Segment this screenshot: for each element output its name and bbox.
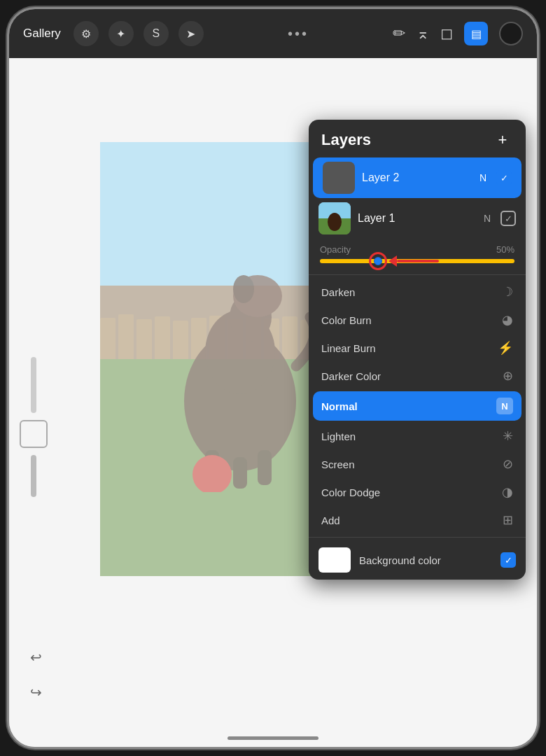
blend-lighten-label: Lighten — [321, 430, 356, 442]
blend-linear-burn-label: Linear Burn — [321, 342, 376, 354]
blend-mode-color-burn[interactable]: Color Burn ◕ — [309, 306, 526, 334]
panel-divider-2 — [309, 537, 526, 538]
device-frame: Gallery ⚙ ✦ S ➤ ••• ✏ ⌅ ◻ ▤ ↩ — [7, 7, 539, 749]
transform-icon[interactable]: ➤ — [178, 21, 204, 46]
layer-2-name: Layer 2 — [362, 172, 472, 184]
opacity-slider-sidebar[interactable] — [31, 455, 36, 497]
opacity-slider-thumb[interactable] — [369, 252, 387, 270]
layer-2-mode: N — [479, 172, 486, 183]
layer-2-visibility[interactable]: ✓ — [496, 170, 512, 186]
pen-tool-icon[interactable]: ✏ — [393, 24, 405, 43]
top-bar-right: ✏ ⌅ ◻ ▤ — [393, 22, 523, 46]
layers-panel: Layers + Layer 2 N ✓ Layer 1 — [309, 120, 526, 580]
top-bar-center: ••• — [204, 26, 393, 42]
blend-mode-darken[interactable]: Darken ☽ — [309, 278, 526, 306]
blend-color-burn-icon: ◕ — [502, 312, 513, 328]
home-indicator — [227, 736, 318, 740]
blend-darken-icon: ☽ — [502, 284, 513, 300]
blend-mode-normal[interactable]: Normal N — [313, 391, 522, 421]
layer-item-2[interactable]: Layer 2 N ✓ — [313, 158, 522, 198]
blend-darker-color-label: Darker Color — [321, 370, 381, 382]
undo-button[interactable]: ↩ — [23, 645, 48, 670]
blend-color-burn-label: Color Burn — [321, 314, 372, 326]
blend-normal-label: Normal — [321, 400, 358, 412]
blend-darken-label: Darken — [321, 286, 355, 298]
eraser-tool-icon[interactable]: ◻ — [440, 24, 453, 43]
opacity-row: Opacity 50% — [309, 239, 526, 272]
blend-mode-screen[interactable]: Screen ⊘ — [309, 450, 526, 478]
slider-outer-ring — [369, 252, 387, 270]
blend-color-dodge-label: Color Dodge — [321, 486, 380, 498]
opacity-label: Opacity — [320, 244, 351, 255]
blend-modes-list: Darken ☽ Color Burn ◕ Linear Burn ⚡ Dark… — [309, 278, 526, 534]
blend-screen-icon: ⊘ — [503, 456, 513, 472]
blend-mode-color-dodge[interactable]: Color Dodge ◑ — [309, 478, 526, 506]
layer-1-mode: N — [484, 213, 491, 224]
layer-2-thumbnail — [323, 162, 355, 194]
background-color-row[interactable]: Background color ✓ — [309, 540, 526, 580]
blend-mode-darker-color[interactable]: Darker Color ⊕ — [309, 362, 526, 390]
redo-button[interactable]: ↪ — [23, 680, 48, 705]
blend-mode-add[interactable]: Add ⊞ — [309, 506, 526, 534]
wrench-icon[interactable]: ⚙ — [74, 21, 99, 46]
blend-mode-linear-burn[interactable]: Linear Burn ⚡ — [309, 334, 526, 362]
blend-add-icon: ⊞ — [503, 512, 513, 528]
panel-divider-1 — [309, 274, 526, 275]
blend-mode-lighten[interactable]: Lighten ✳ — [309, 422, 526, 450]
layer-1-thumbnail — [318, 202, 351, 234]
blend-screen-label: Screen — [321, 458, 355, 470]
blend-lighten-icon: ✳ — [503, 428, 513, 444]
blend-add-label: Add — [321, 514, 340, 526]
selection-icon[interactable]: S — [144, 21, 169, 46]
blend-darker-color-icon: ⊕ — [503, 368, 513, 384]
blend-linear-burn-icon: ⚡ — [498, 340, 513, 356]
add-layer-button[interactable]: + — [492, 130, 513, 150]
opacity-slider-track[interactable] — [320, 259, 514, 263]
calligraphy-tool-icon[interactable]: ⌅ — [416, 24, 429, 43]
sidebar-square-tool[interactable] — [20, 420, 48, 448]
top-bar: Gallery ⚙ ✦ S ➤ ••• ✏ ⌅ ◻ ▤ — [9, 9, 537, 58]
blend-color-dodge-icon: ◑ — [502, 484, 513, 500]
gallery-link[interactable]: Gallery — [23, 27, 61, 41]
opacity-value: 50% — [496, 244, 514, 255]
canvas-area: ↩ ↪ — [9, 58, 537, 747]
layers-button[interactable]: ▤ — [464, 22, 488, 46]
background-color-swatch[interactable] — [318, 547, 351, 573]
layer-1-name: Layer 1 — [358, 212, 477, 225]
slider-inner-dot — [374, 257, 382, 265]
layers-panel-title: Layers — [321, 131, 371, 149]
arrow-annotation — [389, 255, 439, 267]
arrow-head-icon — [388, 255, 397, 267]
bottom-left-controls: ↩ ↪ — [23, 645, 48, 705]
layers-icon: ▤ — [471, 27, 482, 41]
brush-size-slider[interactable] — [31, 357, 36, 413]
color-picker[interactable] — [499, 22, 523, 46]
background-color-label: Background color — [359, 554, 492, 566]
background-color-visibility[interactable]: ✓ — [500, 552, 516, 568]
more-options-icon[interactable]: ••• — [288, 26, 309, 42]
layer-item-1[interactable]: Layer 1 N ✓ — [309, 198, 526, 239]
layers-header: Layers + — [309, 120, 526, 158]
svg-point-11 — [328, 213, 342, 231]
arrow-shaft — [397, 260, 439, 262]
adjustments-icon[interactable]: ✦ — [108, 21, 134, 46]
blend-normal-icon: N — [496, 398, 513, 414]
layer-1-visibility[interactable]: ✓ — [500, 211, 516, 226]
top-bar-left: Gallery ⚙ ✦ S ➤ — [23, 21, 204, 46]
